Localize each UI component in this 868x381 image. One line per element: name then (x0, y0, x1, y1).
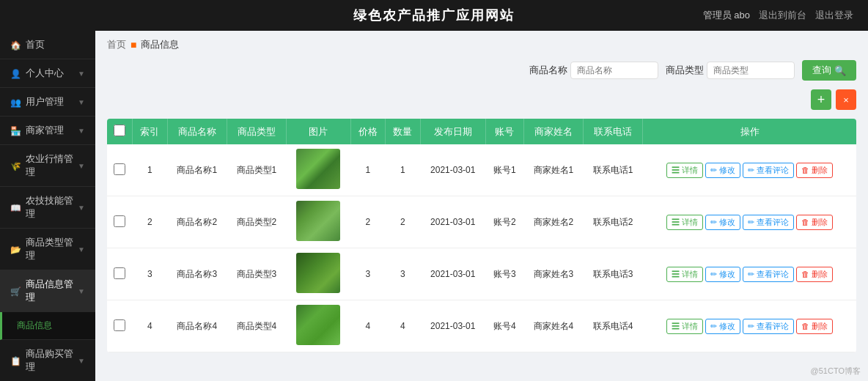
sidebar-item-merchant[interactable]: 商家管理 ▼ (0, 116, 95, 145)
row-checkbox[interactable] (114, 163, 125, 175)
breadcrumb-sep: ■ (130, 39, 136, 51)
cell-account: 账号4 (485, 300, 523, 352)
cell-qty: 3 (386, 248, 420, 300)
link-front[interactable]: 退出到前台 (759, 9, 806, 22)
th-type: 商品类型 (227, 119, 286, 144)
sidebar-label-skill: 农技技能管理 (26, 194, 78, 221)
edit-button[interactable]: ✏ 修改 (705, 163, 740, 178)
row-checkbox[interactable] (114, 319, 125, 331)
sidebar-label-merchant: 商家管理 (26, 124, 64, 137)
chevron-icon: ▼ (78, 70, 85, 78)
add-button[interactable]: + (811, 89, 831, 110)
edit-button[interactable]: ✏ 修改 (705, 319, 740, 334)
table-row: 4 商品名称4 商品类型4 4 4 2021-03-01 账号4 商家姓名4 联… (107, 300, 856, 352)
cell-account: 账号1 (485, 144, 523, 196)
cell-actions: ☰ 详情 ✏ 修改 ✏ 查看评论 🗑 删除 (643, 196, 856, 248)
review-button[interactable]: ✏ 查看评论 (743, 319, 794, 334)
sidebar-item-home[interactable]: 首页 (0, 31, 95, 59)
sidebar-item-skill[interactable]: 农技技能管理 ▼ (0, 187, 95, 229)
main-layout: 首页 个人中心 ▼ 用户管理 ▼ 商家管理 ▼ (0, 31, 868, 381)
chevron-icon3: ▼ (78, 127, 85, 135)
table-row: 1 商品名称1 商品类型1 1 1 2021-03-01 账号1 商家姓名1 联… (107, 144, 856, 196)
breadcrumb-current: 商品信息 (141, 38, 179, 51)
breadcrumb-home[interactable]: 首页 (107, 38, 126, 51)
cell-seller: 商家姓名3 (523, 248, 583, 300)
cell-checkbox (107, 196, 133, 248)
users-icon (10, 97, 21, 108)
chevron-icon6: ▼ (78, 245, 85, 254)
sidebar-item-product[interactable]: 商品信息管理 ▼ (0, 270, 95, 312)
th-checkbox (107, 119, 133, 144)
home-icon (10, 40, 21, 51)
table-body: 1 商品名称1 商品类型1 1 1 2021-03-01 账号1 商家姓名1 联… (107, 144, 856, 352)
cell-actions: ☰ 详情 ✏ 修改 ✏ 查看评论 🗑 删除 (643, 144, 856, 196)
link-logout[interactable]: 退出登录 (815, 9, 853, 22)
delete-button[interactable]: 🗑 删除 (796, 215, 833, 230)
th-phone: 联系电话 (584, 119, 643, 144)
sidebar-item-personal[interactable]: 个人中心 ▼ (0, 59, 95, 88)
detail-button[interactable]: ☰ 详情 (666, 267, 703, 282)
chevron-icon5: ▼ (78, 204, 85, 212)
app-title: 绿色农产品推广应用网站 (353, 7, 515, 24)
review-button[interactable]: ✏ 查看评论 (743, 163, 794, 178)
cell-name: 商品名称1 (167, 144, 227, 196)
sidebar-label-home: 首页 (26, 38, 45, 51)
cell-qty: 2 (386, 196, 420, 248)
skill-icon (10, 202, 21, 213)
table-row: 2 商品名称2 商品类型2 2 2 2021-03-01 账号2 商家姓名2 联… (107, 196, 856, 248)
edit-button[interactable]: ✏ 修改 (705, 267, 740, 282)
search-input-type[interactable] (707, 62, 795, 79)
product-table-wrap: 索引 商品名称 商品类型 图片 价格 数量 发布日期 账号 商家姓名 联系电话 … (107, 119, 856, 352)
query-button[interactable]: 查询 🔍 (802, 60, 856, 81)
cell-index: 1 (133, 144, 167, 196)
sidebar-label-product: 商品信息管理 (26, 278, 78, 304)
review-button[interactable]: ✏ 查看评论 (743, 267, 794, 282)
chevron-icon8: ▼ (78, 357, 85, 365)
th-actions: 操作 (643, 119, 856, 144)
cell-seller: 商家姓名2 (523, 196, 583, 248)
cell-price: 3 (350, 248, 385, 300)
cell-name: 商品名称3 (167, 248, 227, 300)
cell-image (287, 300, 351, 352)
product-image (296, 201, 340, 241)
cell-account: 账号2 (485, 196, 523, 248)
detail-button[interactable]: ☰ 详情 (666, 319, 703, 334)
cell-index: 3 (133, 248, 167, 300)
cell-date: 2021-03-01 (420, 300, 485, 352)
detail-button[interactable]: ☰ 详情 (666, 215, 703, 230)
sidebar-item-farm[interactable]: 农业行情管理 ▼ (0, 145, 95, 187)
detail-button[interactable]: ☰ 详情 (666, 163, 703, 178)
sidebar-item-category[interactable]: 商品类型管理 ▼ (0, 229, 95, 270)
sidebar-item-user-mgmt[interactable]: 用户管理 ▼ (0, 88, 95, 116)
chevron-icon7: ▼ (78, 287, 85, 295)
delete-all-button[interactable]: × (836, 89, 856, 110)
th-name: 商品名称 (167, 119, 227, 144)
delete-button[interactable]: 🗑 删除 (796, 267, 833, 282)
table-row: 3 商品名称3 商品类型3 3 3 2021-03-01 账号3 商家姓名3 联… (107, 248, 856, 300)
cell-actions: ☰ 详情 ✏ 修改 ✏ 查看评论 🗑 删除 (643, 248, 856, 300)
search-icon: 🔍 (834, 65, 846, 76)
cell-index: 2 (133, 196, 167, 248)
row-checkbox[interactable] (114, 267, 125, 279)
row-checkbox[interactable] (114, 215, 125, 227)
product-image (296, 149, 340, 189)
cell-phone: 联系电话4 (584, 300, 643, 352)
delete-button[interactable]: 🗑 删除 (796, 163, 833, 178)
product-icon (10, 286, 21, 297)
th-index: 索引 (133, 119, 167, 144)
edit-button[interactable]: ✏ 修改 (705, 215, 740, 230)
farm-icon (10, 160, 21, 171)
review-button[interactable]: ✏ 查看评论 (743, 215, 794, 230)
table-header-row: 索引 商品名称 商品类型 图片 价格 数量 发布日期 账号 商家姓名 联系电话 … (107, 119, 856, 144)
sidebar-sub-item-product-info[interactable]: 商品信息 (0, 312, 95, 340)
th-qty: 数量 (386, 119, 420, 144)
delete-button[interactable]: 🗑 删除 (796, 319, 833, 334)
sidebar-item-order[interactable]: 商品购买管理 ▼ (0, 340, 95, 381)
search-input-name[interactable] (570, 62, 658, 79)
sidebar-label-order: 商品购买管理 (26, 347, 78, 374)
category-icon (10, 244, 21, 255)
sidebar-label-category: 商品类型管理 (26, 236, 78, 262)
select-all-checkbox[interactable] (114, 125, 125, 136)
cell-date: 2021-03-01 (420, 196, 485, 248)
order-icon (10, 355, 21, 366)
